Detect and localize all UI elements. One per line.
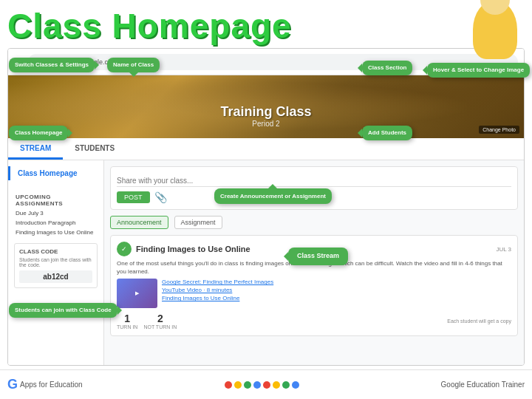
callout-class-section: Class Section bbox=[362, 61, 412, 75]
footer-color-dots bbox=[225, 381, 299, 389]
tab-stream[interactable]: STREAM bbox=[8, 138, 63, 160]
notturnin-label: NOT TURN IN bbox=[143, 324, 177, 330]
sidebar-assignment-1[interactable]: Due July 3 bbox=[8, 208, 103, 218]
stat-notturnin: 2 NOT TURN IN bbox=[143, 313, 177, 330]
share-input[interactable] bbox=[117, 175, 511, 187]
assignment-link-3[interactable]: Finding Images to Use Online bbox=[162, 295, 511, 301]
dot-green2 bbox=[282, 381, 290, 389]
sidebar-nav: Class Homepage bbox=[8, 166, 103, 180]
class-code-box: CLASS CODE Students can join the class w… bbox=[14, 243, 98, 288]
footer: G Apps for Education Google Education Tr… bbox=[0, 369, 532, 399]
class-name: Training Class bbox=[220, 104, 311, 120]
class-banner: Training Class Period 2 Change Photo bbox=[8, 75, 524, 138]
dot-yellow2 bbox=[273, 381, 280, 389]
class-code-title: CLASS CODE bbox=[19, 248, 92, 255]
change-photo-button[interactable]: Change Photo bbox=[479, 126, 519, 134]
sidebar-item-homepage[interactable]: Class Homepage bbox=[8, 166, 103, 180]
classroom-screenshot: ☰ http://classroom.google.com/... Traini… bbox=[7, 48, 525, 366]
callout-students-join: Students can join with Class Code bbox=[9, 303, 117, 318]
tab-students[interactable]: STUDENTS bbox=[63, 138, 126, 160]
class-code-desc: Students can join the class with the cod… bbox=[19, 257, 92, 267]
turnin-label: TURN IN bbox=[117, 324, 137, 330]
post-button[interactable]: POST bbox=[117, 191, 150, 203]
callout-create-announcement: Create Announcement or Assignment bbox=[214, 188, 332, 204]
page-title: Class Homepage bbox=[7, 6, 292, 46]
callout-class-stream: Class Stream bbox=[288, 248, 348, 265]
dot-blue bbox=[253, 381, 261, 389]
dot-red2 bbox=[263, 381, 270, 389]
character-illustration bbox=[466, 0, 525, 66]
stat-turnin: 1 TURN IN bbox=[117, 313, 137, 330]
class-tabs: STREAM STUDENTS bbox=[8, 138, 524, 160]
class-name-container: Training Class Period 2 bbox=[220, 104, 311, 128]
notturnin-number: 2 bbox=[143, 313, 177, 324]
assignment-thumbnail: ▶ bbox=[117, 279, 157, 308]
callout-switch: Switch Classes & Settings bbox=[9, 58, 95, 72]
class-code-value[interactable]: ab12cd bbox=[19, 270, 92, 283]
callout-class-homepage: Class Homepage bbox=[9, 126, 68, 140]
class-period: Period 2 bbox=[220, 120, 311, 128]
google-g: G bbox=[7, 377, 18, 392]
assignment-actions: 1 TURN IN 2 NOT TURN IN Each student wil… bbox=[117, 313, 511, 330]
dot-green bbox=[244, 381, 251, 389]
upcoming-assignments-title: UPCOMING ASSIGNMENTS bbox=[8, 189, 103, 208]
callout-name-of-class: Name of Class bbox=[107, 58, 160, 72]
callout-hover-select: Hover & Select to Change Image bbox=[427, 63, 530, 78]
callout-add-students: Add Students bbox=[362, 126, 412, 140]
sidebar-assignment-2[interactable]: Introduction Paragraph bbox=[8, 218, 103, 228]
footer-apps-text: Apps for Education bbox=[20, 381, 83, 389]
thumb-stats: 1 TURN IN 2 NOT TURN IN bbox=[117, 313, 177, 330]
google-logo: G Apps for Education bbox=[7, 377, 83, 392]
footer-trainer-text: Google Education Trainer bbox=[441, 381, 525, 389]
assignment-date: JUL 3 bbox=[496, 246, 511, 253]
assignment-icon: ✓ bbox=[117, 242, 132, 256]
tab-announcement[interactable]: Announcement bbox=[110, 216, 168, 229]
assignment-link-2[interactable]: YouTube Video · 8 minutes bbox=[162, 287, 511, 293]
sidebar: Class Homepage UPCOMING ASSIGNMENTS Due … bbox=[8, 160, 104, 365]
post-type-tabs: Announcement Assignment bbox=[110, 216, 518, 229]
character-head bbox=[480, 0, 510, 15]
sidebar-assignment-3[interactable]: Finding Images to Use Online bbox=[8, 228, 103, 237]
tab-assignment[interactable]: Assignment bbox=[174, 216, 222, 229]
dot-yellow bbox=[234, 381, 242, 389]
character-body bbox=[473, 0, 517, 59]
attach-icon[interactable]: 📎 bbox=[154, 191, 167, 203]
student-note: Each student will get a copy bbox=[447, 318, 511, 324]
dot-red bbox=[225, 381, 232, 389]
dot-blue2 bbox=[292, 381, 299, 389]
assignment-link-1[interactable]: Google Secret: Finding the Perfect Image… bbox=[162, 279, 511, 285]
